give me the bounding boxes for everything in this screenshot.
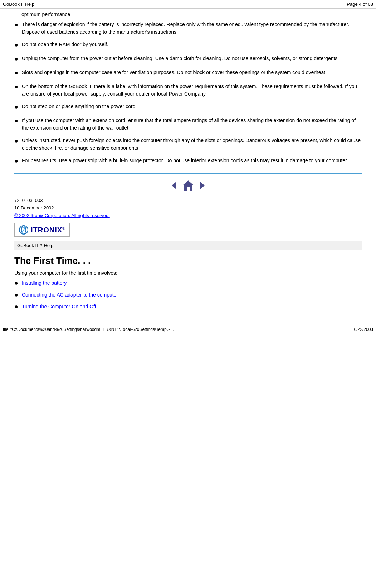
itronix-logo: ITRONIX® — [14, 223, 70, 237]
bullet-icon: ● — [14, 136, 18, 146]
list-item: ● For best results, use a power strip wi… — [14, 157, 362, 166]
bullet-text: On the bottom of the GoBook II, there is… — [22, 83, 362, 98]
bullet-text: There is danger of explosion if the batt… — [22, 21, 362, 36]
list-item: ● If you use the computer with an extens… — [14, 117, 362, 132]
bullet-list: ● There is danger of explosion if the ba… — [14, 21, 362, 166]
bullet-text: If you use the computer with an extensio… — [22, 117, 362, 132]
main-content: optimum performance ● There is danger of… — [0, 9, 376, 318]
footer-code: 72_0103_003 — [14, 197, 362, 204]
status-bar: file://C:\Documents%20and%20Settings\har… — [0, 326, 376, 333]
bullet-text: For best results, use a power strip with… — [22, 157, 362, 164]
svg-marker-1 — [182, 180, 194, 191]
bullet-text: Do not open the RAM door by yourself. — [22, 41, 362, 48]
bullet-icon: ● — [14, 40, 18, 50]
copyright-link[interactable]: © 2002 Itronix Corporation. All rights r… — [14, 213, 110, 218]
bullet-icon: ● — [14, 116, 18, 126]
page-header: GoBook II Help Page 4 of 68 — [0, 0, 376, 9]
footer-info: 72_0103_003 10 December 2002 © 2002 Itro… — [14, 197, 362, 219]
date-stamp: 6/22/2003 — [354, 327, 373, 332]
section-divider — [14, 173, 362, 174]
link-list: ● Installing the battery ● Connecting th… — [14, 280, 362, 310]
list-item: ● There is danger of explosion if the ba… — [14, 21, 362, 36]
globe-icon — [19, 225, 29, 235]
bullet-icon: ● — [14, 303, 18, 310]
footer-copyright: © 2002 Itronix Corporation. All rights r… — [14, 212, 362, 220]
page-info: Page 4 of 68 — [347, 1, 373, 7]
bullet-text: Do not step on or place anything on the … — [22, 103, 362, 110]
home-button[interactable] — [182, 180, 195, 191]
ac-adapter-link[interactable]: Connecting the AC adapter to the compute… — [22, 292, 118, 298]
forward-button[interactable] — [197, 180, 207, 191]
svg-marker-2 — [200, 182, 205, 189]
first-time-intro: Using your computer for the first time i… — [14, 270, 362, 276]
first-time-heading: The First Time. . . — [14, 255, 362, 266]
gobook-section-label: GoBook II™ Help — [17, 243, 53, 248]
itronix-logo-text: ITRONIX® — [31, 226, 65, 234]
list-item: ● Slots and openings in the computer cas… — [14, 69, 362, 78]
list-item: ● Do not open the RAM door by yourself. — [14, 41, 362, 50]
installing-battery-link[interactable]: Installing the battery — [22, 280, 67, 286]
nav-icons — [14, 180, 362, 191]
bullet-icon: ● — [14, 54, 18, 64]
file-path: file://C:\Documents%20and%20Settings\har… — [3, 327, 174, 332]
list-item: ● Do not step on or place anything on th… — [14, 103, 362, 112]
gobook-section-header: GoBook II™ Help — [14, 241, 362, 250]
svg-marker-0 — [172, 182, 176, 189]
bullet-text: Slots and openings in the computer case … — [22, 69, 362, 76]
bullet-icon: ● — [14, 20, 18, 30]
bullet-icon: ● — [14, 68, 18, 78]
bullet-icon: ● — [14, 279, 18, 287]
bullet-text: Unplug the computer from the power outle… — [22, 55, 362, 62]
bullet-icon: ● — [14, 82, 18, 92]
bullet-icon: ● — [14, 291, 18, 299]
itronix-logo-area: ITRONIX® — [14, 223, 362, 237]
bullet-text: Unless instructed, never push foreign ob… — [22, 137, 362, 152]
app-title: GoBook II Help — [3, 1, 34, 7]
list-item: ● Unplug the computer from the power out… — [14, 55, 362, 64]
list-item: ● Installing the battery — [14, 280, 362, 287]
bullet-icon: ● — [14, 156, 18, 166]
list-item: ● On the bottom of the GoBook II, there … — [14, 83, 362, 98]
bullet-icon: ● — [14, 102, 18, 112]
footer-date: 10 December 2002 — [14, 204, 362, 212]
list-item: ● Unless instructed, never push foreign … — [14, 137, 362, 152]
power-on-off-link[interactable]: Turning the Computer On and Off — [22, 304, 96, 309]
back-button[interactable] — [169, 180, 179, 191]
list-item: ● Turning the Computer On and Off — [14, 304, 362, 310]
optimum-line: optimum performance — [21, 11, 362, 17]
list-item: ● Connecting the AC adapter to the compu… — [14, 292, 362, 299]
